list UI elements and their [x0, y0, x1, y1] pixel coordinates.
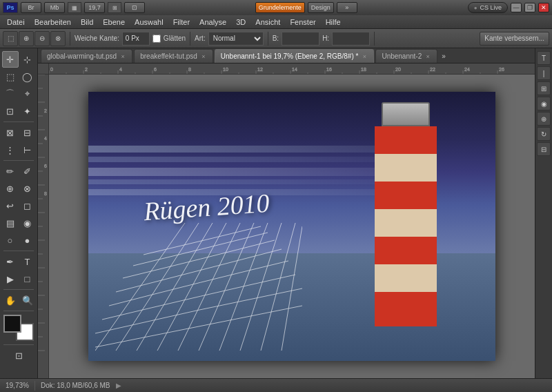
artboard-tool[interactable]: ⊹ — [19, 51, 36, 68]
menu-ebene[interactable]: Ebene — [99, 16, 129, 28]
workspace-design-btn[interactable]: Design — [308, 2, 334, 13]
feather-input[interactable] — [122, 32, 150, 46]
tab-close-icon[interactable]: × — [200, 53, 207, 60]
zoom-field[interactable]: 19,7 — [84, 2, 105, 13]
eraser-tool[interactable]: ◻ — [19, 197, 36, 214]
panel-btn-5[interactable]: ⊕ — [537, 112, 551, 126]
quick-mask-btn[interactable]: ⊡ — [5, 347, 32, 364]
dodge-tool[interactable]: ○ — [2, 232, 19, 248]
minimize-btn[interactable]: — — [511, 3, 522, 12]
tab-label: global-warming-tut.psd — [47, 52, 117, 60]
text-tool[interactable]: T — [19, 253, 36, 270]
lh-seg-6 — [375, 264, 437, 292]
marquee-tool-btn[interactable]: ⬚ — [3, 31, 18, 46]
panel-btn-4[interactable]: ◉ — [537, 97, 551, 110]
foreground-color[interactable] — [3, 315, 21, 333]
subtract-mode-btn[interactable]: ⊖ — [34, 31, 50, 46]
menu-ansicht[interactable]: Ansicht — [251, 16, 284, 28]
pen-tool[interactable]: ✒ — [2, 253, 19, 270]
minibridge-btn[interactable]: Mb — [44, 2, 65, 13]
clone-stamp-tool[interactable]: ⊕ — [2, 180, 19, 197]
path-select-tool[interactable]: ▶ — [2, 271, 19, 287]
svg-text:6: 6 — [154, 67, 157, 72]
burn-tool[interactable]: ● — [19, 232, 36, 248]
color-picker[interactable] — [3, 315, 34, 341]
blur-tool[interactable]: ◉ — [19, 215, 36, 231]
gradient-tool[interactable]: ▤ — [2, 215, 19, 231]
menu-auswahl[interactable]: Auswahl — [130, 16, 168, 28]
hoehe-input[interactable] — [332, 32, 370, 46]
workspace-grundelemente-btn[interactable]: Grundelemente — [255, 2, 305, 13]
slice-tool[interactable]: ⊟ — [19, 124, 36, 141]
hand-tool[interactable]: ✋ — [2, 292, 19, 308]
grid-overlay — [95, 223, 302, 354]
tab-close-icon[interactable]: × — [119, 53, 126, 60]
gradient-tools: ▤ ◉ — [2, 215, 36, 231]
pencil-tool[interactable]: ✐ — [19, 163, 36, 179]
tab-global-warming[interactable]: global-warming-tut.psd × — [41, 49, 132, 63]
eyedropper-tool[interactable]: ⋮ — [2, 141, 19, 158]
hoehe-label: H: — [322, 35, 329, 42]
add-mode-btn[interactable]: ⊕ — [19, 31, 34, 46]
panel-btn-7[interactable]: ⊟ — [537, 142, 551, 156]
quick-select-tool[interactable]: ⊡ — [2, 103, 19, 119]
glatt-label: Glätten — [164, 35, 186, 42]
brush-tool[interactable]: ✏ — [2, 163, 19, 179]
tab-close-icon[interactable]: × — [424, 53, 431, 60]
workspace-overflow-btn[interactable]: » — [337, 2, 357, 13]
lighthouse-light — [382, 102, 430, 126]
svg-text:4: 4 — [119, 67, 122, 72]
tab-unbenannt-1[interactable]: Unbenannt-1 bei 19,7% (Ebene 2, RGB/8#) … — [215, 49, 375, 63]
magic-lasso-tool[interactable]: ⌖ — [19, 86, 36, 102]
cs-live-btn[interactable]: CS Live — [468, 2, 508, 13]
tab-close-icon[interactable]: × — [361, 53, 368, 60]
svg-text:2: 2 — [44, 108, 47, 113]
glatt-checkbox[interactable] — [152, 35, 161, 43]
history-brush-tool[interactable]: ↩ — [2, 197, 19, 214]
panel-btn-3[interactable]: ⊞ — [537, 81, 551, 95]
svg-line-74 — [219, 223, 268, 351]
panel-btn-2[interactable]: | — [537, 66, 551, 80]
shape-tool[interactable]: □ — [19, 271, 36, 287]
toolbar-divider-3 — [3, 251, 34, 251]
breite-input[interactable] — [282, 32, 319, 46]
svg-line-77 — [282, 226, 302, 351]
intersect-mode-btn[interactable]: ⊗ — [50, 31, 66, 46]
panel-btn-6[interactable]: ↻ — [537, 127, 551, 141]
text-tool-right[interactable]: T — [537, 51, 551, 65]
menu-datei[interactable]: Datei — [3, 16, 29, 28]
kante-verbessern-btn[interactable]: Kante verbessern... — [480, 32, 549, 46]
marquee-rect-tool[interactable]: ⬚ — [2, 68, 19, 85]
menu-3d[interactable]: 3D — [232, 16, 250, 28]
art-select[interactable]: Normal Feste Breite Feste Größe — [208, 32, 264, 46]
tab-overflow-btn[interactable]: » — [439, 49, 448, 63]
lasso-tool[interactable]: ⌒ — [2, 86, 19, 102]
move-tool[interactable]: ✛ — [2, 51, 19, 68]
title-bar: Ps Br Mb ▦ 19,7 ⊞ ⊡ Grundelemente Design… — [0, 0, 552, 15]
menu-hilfe[interactable]: Hilfe — [322, 16, 345, 28]
vertical-ruler: 2 4 6 8 — [38, 75, 49, 378]
menu-fenster[interactable]: Fenster — [286, 16, 319, 28]
marquee-ellipse-tool[interactable]: ◯ — [19, 68, 36, 85]
crop-tool[interactable]: ⊠ — [2, 124, 19, 141]
bridge-btn[interactable]: Br — [21, 2, 41, 13]
arrange-icon[interactable]: ⊞ — [108, 2, 121, 13]
ruler-tool[interactable]: ⊢ — [19, 141, 36, 158]
pattern-stamp-tool[interactable]: ⊗ — [19, 180, 36, 197]
close-btn[interactable]: ✕ — [538, 3, 549, 12]
menu-bearbeiten[interactable]: Bearbeiten — [30, 16, 75, 28]
tab-breakeffekt[interactable]: breakeffekt-tut.psd × — [134, 49, 213, 63]
restore-btn[interactable]: ❐ — [524, 3, 535, 12]
brush-tools: ✏ ✐ — [2, 163, 36, 179]
menu-bild[interactable]: Bild — [77, 16, 97, 28]
menu-analyse[interactable]: Analyse — [195, 16, 230, 28]
view-icon[interactable]: ▦ — [68, 2, 81, 13]
menu-filter[interactable]: Filter — [169, 16, 194, 28]
magic-wand-tool[interactable]: ✦ — [19, 103, 36, 119]
tab-unbenannt-2[interactable]: Unbenannt-2 × — [375, 49, 437, 63]
status-arrow[interactable]: ▶ — [116, 382, 121, 389]
zoom-tool[interactable]: 🔍 — [19, 292, 36, 308]
svg-text:4: 4 — [44, 136, 47, 141]
screen-mode-btn[interactable]: ⊡ — [124, 2, 145, 13]
options-bar: ⬚ ⊕ ⊖ ⊗ Weiche Kante: Glätten Art: Norma… — [0, 29, 552, 48]
